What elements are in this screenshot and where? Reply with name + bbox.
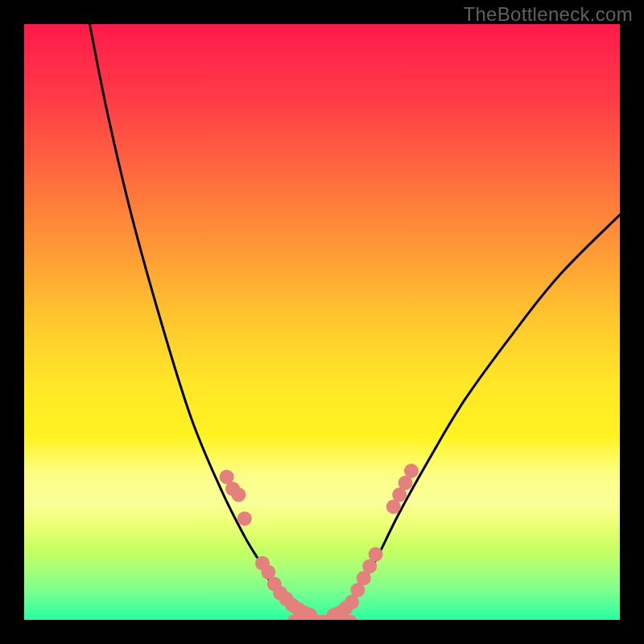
data-marker	[237, 511, 252, 526]
plot-area	[24, 24, 620, 620]
chart-frame: TheBottleneck.com	[0, 0, 644, 644]
curve-left-curve	[89, 24, 310, 617]
watermark-text: TheBottleneck.com	[463, 3, 633, 26]
data-marker	[369, 547, 383, 562]
data-marker	[404, 464, 419, 478]
curves-svg	[24, 24, 620, 620]
data-marker	[231, 488, 246, 502]
